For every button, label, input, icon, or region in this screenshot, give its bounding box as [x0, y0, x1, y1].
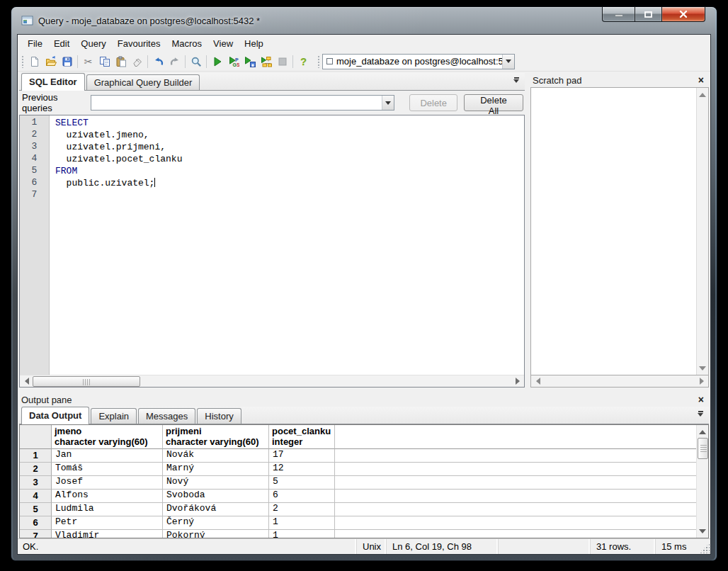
help-button[interactable]: ?: [295, 53, 312, 69]
redo-button[interactable]: [166, 53, 183, 69]
grid-vscroll-thumb[interactable]: [698, 438, 708, 459]
grid-cell[interactable]: 2: [269, 503, 335, 516]
tab-sql-editor[interactable]: SQL Editor: [21, 73, 85, 91]
copy-button[interactable]: [96, 53, 113, 69]
editor-scratchpad-splitter[interactable]: [525, 73, 530, 388]
scroll-right-button[interactable]: [512, 375, 524, 388]
column-header-pocet_clanku[interactable]: pocet_clankuinteger: [269, 425, 335, 449]
menu-help[interactable]: Help: [239, 36, 269, 51]
code-area[interactable]: 1234567 SELECT uzivatel.jmeno, uzivatel.…: [20, 115, 524, 375]
row-number[interactable]: 7: [20, 530, 52, 538]
menu-macros[interactable]: Macros: [166, 36, 207, 51]
grid-cell[interactable]: 6: [269, 490, 335, 503]
paste-button[interactable]: [113, 53, 129, 69]
close-button[interactable]: [661, 7, 705, 22]
output-tab-overflow-button[interactable]: [698, 411, 703, 419]
grid-cell[interactable]: Tomáš: [52, 463, 163, 476]
grid-cell[interactable]: Černý: [163, 516, 269, 530]
grid-cell[interactable]: Vladimír: [52, 530, 163, 538]
open-file-button[interactable]: [42, 53, 59, 69]
delete-all-button[interactable]: Delete All: [464, 94, 523, 111]
grid-cell[interactable]: Alfons: [52, 490, 163, 503]
undo-button[interactable]: [150, 53, 166, 69]
code-line: FROM: [55, 165, 524, 177]
tab-graphical-query-builder[interactable]: Graphical Query Builder: [86, 74, 200, 90]
scroll-down-button[interactable]: [697, 363, 709, 375]
execute-query-button[interactable]: [209, 53, 225, 69]
sql-code-editor[interactable]: 1234567 SELECT uzivatel.jmeno, uzivatel.…: [19, 115, 525, 388]
editor-hscroll-thumb[interactable]: [33, 376, 140, 387]
maximize-button[interactable]: [635, 7, 661, 22]
menu-file[interactable]: File: [22, 36, 48, 51]
grid-cell[interactable]: Pokorný: [163, 530, 269, 538]
column-header-prijmeni[interactable]: prijmenicharacter varying(60): [163, 425, 269, 449]
resize-grip[interactable]: [699, 543, 710, 553]
output-pane-title: Output pane: [21, 395, 72, 405]
scroll-left-button[interactable]: [531, 375, 543, 388]
title-bar[interactable]: Query - moje_databaze on postgres@localh…: [11, 7, 717, 34]
tab-data-output[interactable]: Data Output: [21, 407, 89, 424]
scroll-down-button[interactable]: [697, 526, 709, 538]
scroll-up-button[interactable]: [697, 425, 709, 437]
output-pane-splitter[interactable]: [18, 388, 710, 392]
scroll-left-button[interactable]: [20, 375, 32, 388]
scroll-up-button[interactable]: [697, 88, 709, 100]
clear-window-button[interactable]: [129, 53, 145, 69]
delete-button[interactable]: Delete: [409, 94, 457, 111]
row-number[interactable]: 1: [20, 449, 52, 463]
new-file-button[interactable]: [26, 53, 42, 69]
minimize-button[interactable]: [602, 7, 635, 22]
scratchpad-horizontal-scrollbar[interactable]: [530, 375, 709, 388]
find-button[interactable]: [188, 53, 204, 69]
grid-cell[interactable]: 17: [269, 449, 335, 463]
grid-cell[interactable]: Marný: [163, 463, 269, 476]
row-number[interactable]: 3: [20, 476, 52, 490]
row-number[interactable]: 4: [20, 490, 52, 503]
grid-cell[interactable]: Dvořáková: [163, 503, 269, 516]
editor-horizontal-scrollbar[interactable]: [20, 375, 524, 387]
toolbar-grip[interactable]: [21, 55, 24, 68]
save-button[interactable]: [59, 53, 75, 69]
scratch-pad-input[interactable]: [531, 88, 696, 375]
grid-cell[interactable]: 12: [269, 463, 335, 476]
editor-tab-overflow-button[interactable]: [513, 77, 519, 86]
grid-vertical-scrollbar[interactable]: [696, 425, 708, 538]
menu-favourites[interactable]: Favourites: [112, 36, 166, 51]
code-lines[interactable]: SELECT uzivatel.jmeno, uzivatel.prijmeni…: [50, 115, 524, 375]
execute-to-file-button[interactable]: [241, 53, 258, 69]
grid-cell[interactable]: 5: [269, 476, 335, 490]
menu-edit[interactable]: Edit: [48, 36, 75, 51]
grid-cell[interactable]: Jan: [52, 449, 163, 463]
scratchpad-vertical-scrollbar[interactable]: [696, 88, 708, 375]
output-pane-close-button[interactable]: ×: [696, 395, 706, 405]
connection-selector[interactable]: moje_databaze on postgres@localhost:5432: [322, 54, 515, 69]
row-number[interactable]: 6: [20, 516, 52, 530]
row-number[interactable]: 5: [20, 503, 52, 516]
tab-explain[interactable]: Explain: [91, 408, 137, 424]
connection-dropdown-button[interactable]: [502, 55, 514, 69]
cut-button[interactable]: ✂: [80, 53, 96, 69]
grid-cell[interactable]: Nový: [163, 476, 269, 490]
explain-query-button[interactable]: [258, 53, 274, 69]
grid-cell[interactable]: 1: [269, 530, 335, 538]
menu-view[interactable]: View: [207, 36, 239, 51]
connection-toolbar-grip[interactable]: [317, 55, 320, 68]
previous-queries-dropdown-button[interactable]: [382, 96, 394, 110]
grid-cell[interactable]: 1: [269, 516, 335, 530]
grid-cell[interactable]: Petr: [52, 516, 163, 530]
grid-cell[interactable]: Josef: [52, 476, 163, 490]
cancel-query-button[interactable]: [274, 53, 290, 69]
previous-queries-select[interactable]: [91, 95, 394, 111]
grid-cell[interactable]: Novák: [163, 449, 269, 463]
menu-query[interactable]: Query: [75, 36, 111, 51]
column-header-jmeno[interactable]: jmenocharacter varying(60): [52, 425, 163, 449]
tab-history[interactable]: History: [197, 408, 241, 424]
scroll-right-button[interactable]: [696, 375, 708, 388]
row-number[interactable]: 2: [20, 463, 52, 476]
execute-pgscript-button[interactable]: PGS: [225, 53, 241, 69]
grid-corner-cell[interactable]: [20, 425, 52, 449]
grid-cell[interactable]: Svoboda: [163, 490, 269, 503]
scratch-pad-close-button[interactable]: ×: [696, 75, 706, 85]
grid-cell[interactable]: Ludmila: [52, 503, 163, 516]
tab-messages[interactable]: Messages: [138, 408, 195, 424]
